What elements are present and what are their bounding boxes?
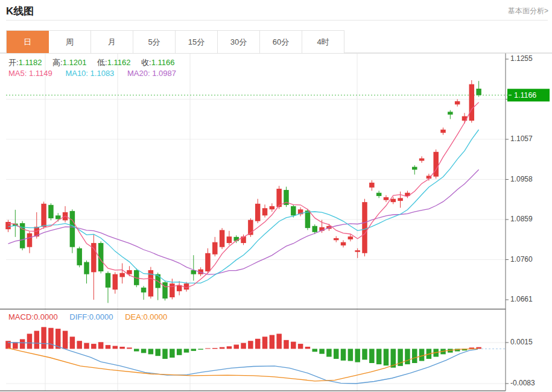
dea-line — [8, 348, 478, 381]
axis-tick-label: 1.0661 — [510, 295, 533, 303]
axis-tick-label: 1.0859 — [510, 215, 533, 223]
close-pair: 收:1.1166 — [141, 58, 174, 67]
close-label: 收: — [141, 58, 151, 67]
ma10-line — [8, 130, 479, 283]
ma20-label: MA20: — [127, 69, 152, 78]
ma20-pair: MA20: 1.0987 — [127, 69, 176, 78]
kline-widget: K线图 基本面分析> 日周月5分15分30分60分4时 1.12551.1156… — [0, 0, 552, 392]
open-value: 1.1182 — [19, 58, 42, 67]
high-pair: 高:1.1201 — [52, 58, 86, 67]
tab-4hour[interactable]: 4时 — [302, 31, 344, 54]
macd-value: MACD:0.0000 — [8, 312, 58, 321]
ma10-label: MA10: — [65, 69, 90, 78]
ma5-pair: MA5: 1.1149 — [8, 69, 52, 78]
ma10-value: 1.1083 — [90, 69, 115, 78]
close-value: 1.1166 — [151, 58, 175, 67]
ma-lines — [8, 103, 479, 288]
tab-month[interactable]: 月 — [91, 31, 133, 54]
tab-30min[interactable]: 30分 — [218, 31, 260, 54]
high-label: 高: — [52, 58, 63, 67]
ma20-value: 1.0987 — [152, 69, 176, 78]
ma10-pair: MA10: 1.1083 — [65, 69, 114, 78]
header-divider — [6, 20, 548, 21]
macd-lines — [8, 343, 506, 384]
diff-line — [8, 343, 478, 384]
axis-tick-label: 0.0015 — [510, 338, 533, 346]
candles — [5, 80, 481, 303]
ma5-value: 1.1149 — [29, 69, 52, 78]
open-label: 开: — [8, 58, 19, 67]
diff-value: DIFF:0.0000 — [69, 312, 113, 321]
gridlines — [6, 54, 506, 391]
axis-tick-label: 1.0958 — [510, 175, 533, 183]
ma5-line — [8, 103, 479, 288]
price-badge-text: 1.1166 — [514, 91, 536, 100]
axis-tick-label: 1.1057 — [510, 134, 533, 143]
tab-60min[interactable]: 60分 — [260, 31, 302, 54]
axis-tick-label: -0.0083 — [510, 379, 535, 387]
axes: 1.12551.11561.10571.09581.08591.07601.06… — [0, 54, 552, 391]
interval-tab-bar: 日周月5分15分30分60分4时 — [6, 30, 344, 53]
macd-histogram — [5, 327, 481, 367]
price-badge: 1.1166 — [507, 89, 550, 101]
ohlc-row: 开:1.1182 高:1.1201 低:1.1162 收:1.1166 — [8, 57, 183, 68]
open-pair: 开:1.1182 — [8, 58, 42, 67]
dea-value: DEA:0.0000 — [125, 312, 167, 321]
ma20-line — [8, 169, 479, 274]
low-label: 低: — [97, 58, 107, 67]
tab-week[interactable]: 周 — [49, 31, 91, 54]
tab-day[interactable]: 日 — [7, 31, 49, 54]
tab-15min[interactable]: 15分 — [176, 31, 218, 54]
low-pair: 低:1.1162 — [97, 58, 130, 67]
axis-tick-label: 1.1156 — [510, 95, 532, 103]
axis-tick-label: 1.0760 — [510, 255, 533, 264]
fundamental-analysis-link[interactable]: 基本面分析> — [508, 6, 548, 16]
tab-5min[interactable]: 5分 — [133, 31, 176, 54]
macd-values-row: MACD:0.0000 DIFF:0.0000 DEA:0.0000 — [8, 312, 177, 321]
page-title: K线图 — [6, 4, 34, 18]
high-value: 1.1201 — [63, 58, 87, 67]
ma5-label: MA5: — [8, 69, 29, 78]
axis-tick-label: 1.1255 — [510, 54, 533, 63]
ma-row: MA5: 1.1149 MA10: 1.1083 MA20: 1.0987 — [8, 69, 187, 78]
low-value: 1.1162 — [107, 58, 131, 67]
